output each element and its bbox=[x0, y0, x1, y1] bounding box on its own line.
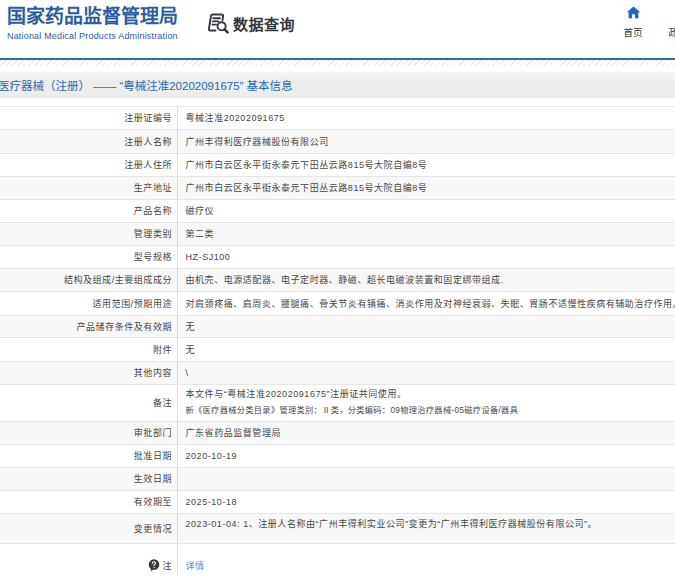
row-label: 产品名称 bbox=[0, 200, 178, 222]
row-label: 管理类别 bbox=[0, 223, 178, 245]
row-value: 第二类 bbox=[178, 223, 675, 245]
row-value: 本文件与“粤械注准20202091675”注册证共同使用。 新《医疗器械分类目录… bbox=[178, 385, 675, 421]
top-nav: 首页 政务 bbox=[613, 5, 675, 39]
row-value: 广州市白云区永平街永泰元下田丛云路815号大院自编8号 bbox=[178, 154, 675, 176]
row-label: 其他内容 bbox=[0, 362, 178, 384]
row-value-text: 无 bbox=[186, 321, 196, 333]
row-label-text: 批准日期 bbox=[134, 450, 172, 462]
row-value: 广州丰得利医疗器械股份有限公司 bbox=[178, 130, 675, 153]
row-label-text: 适用范围/预期用途 bbox=[93, 298, 172, 310]
row-value: 由机壳、电源适配器、电子定时器、静磁、超长电磁波装置和固定绑带组成. bbox=[178, 269, 675, 291]
table-row: 结构及组成/主要组成成分 由机壳、电源适配器、电子定时器、静磁、超长电磁波装置和… bbox=[0, 269, 675, 292]
row-value-text: 广州市白云区永平街永泰元下田丛云路815号大院自编8号 bbox=[186, 182, 428, 194]
table-row: 型号规格 HZ-SJ100 bbox=[0, 246, 675, 269]
row-value-text: 广州丰得利医疗器械股份有限公司 bbox=[186, 136, 329, 148]
table-row: 注册人名称 广州丰得利医疗器械股份有限公司 bbox=[0, 130, 675, 154]
table-row: 产品储存条件及有效期 无 bbox=[0, 316, 675, 338]
doc-search-icon bbox=[207, 13, 230, 34]
table-row: 审批部门 广东省药品监督管理局 bbox=[0, 422, 675, 445]
row-value: \ bbox=[178, 362, 675, 384]
row-value: HZ-SJ100 bbox=[178, 246, 675, 268]
nav-gov-label: 政务 bbox=[668, 25, 675, 39]
nav-item-gov[interactable]: 政务 bbox=[658, 5, 675, 39]
row-value: 对肩颈疼痛、肩周炎、腰腿痛、骨关节炎有镇痛、消炎作用及对神经衰弱、失眠、胃肠不适… bbox=[178, 292, 675, 315]
row-label: 产品储存条件及有效期 bbox=[0, 316, 178, 337]
nav-home-label: 首页 bbox=[623, 25, 642, 39]
row-value-text: 由机壳、电源适配器、电子定时器、静磁、超长电磁波装置和固定绑带组成. bbox=[186, 274, 504, 286]
row-label-text: 注册人名称 bbox=[124, 136, 172, 148]
row-label: 注 bbox=[0, 544, 178, 576]
row-value-text: 粤械注准20202091675 bbox=[186, 112, 285, 124]
row-label: 结构及组成/主要组成成分 bbox=[0, 269, 178, 291]
row-value-text: 无 bbox=[186, 344, 196, 356]
row-label: 批准日期 bbox=[0, 445, 178, 467]
row-label-text: 其他内容 bbox=[134, 367, 172, 379]
row-label-text: 有效期至 bbox=[134, 496, 172, 508]
row-label-text: 变更情况 bbox=[134, 523, 172, 535]
row-value-text: \ bbox=[186, 367, 189, 379]
row-value bbox=[178, 468, 675, 490]
row-value: 粤械注准20202091675 bbox=[178, 107, 675, 129]
row-label-text: 生产地址 bbox=[134, 182, 172, 194]
data-query-tab[interactable]: 数据查询 bbox=[207, 13, 295, 34]
logo-title-cn: 国家药品监督管理局 bbox=[7, 5, 178, 29]
row-label: 附件 bbox=[0, 338, 178, 361]
table-row: 生效日期 bbox=[0, 468, 675, 491]
table-row: 管理类别 第二类 bbox=[0, 223, 675, 246]
home-icon bbox=[626, 5, 641, 20]
row-value-text: 2025-10-18 bbox=[186, 496, 238, 508]
row-value: 广东省药品监督管理局 bbox=[178, 422, 675, 444]
info-table: 注册证编号 粤械注准20202091675 注册人名称 广州丰得利医疗器械股份有… bbox=[0, 106, 675, 576]
row-label: 注册证编号 bbox=[0, 107, 178, 129]
row-label: 注册人住所 bbox=[0, 154, 178, 176]
row-label-text: 型号规格 bbox=[134, 251, 172, 263]
comment-icon bbox=[148, 559, 160, 572]
row-value-text: HZ-SJ100 bbox=[186, 251, 231, 263]
table-row: 备注 本文件与“粤械注准20202091675”注册证共同使用。 新《医疗器械分… bbox=[0, 385, 675, 422]
row-value-text: 2023-01-04: 1、注册人名称由“广州丰得利实业公司”变更为“广州丰得利… bbox=[186, 518, 598, 530]
row-value-text: 磁疗仪 bbox=[186, 205, 215, 217]
detail-link[interactable]: 详情 bbox=[186, 560, 205, 572]
row-value: 2023-01-04: 1、注册人名称由“广州丰得利实业公司”变更为“广州丰得利… bbox=[178, 514, 675, 543]
table-row: 生产地址 广州市白云区永平街永泰元下田丛云路815号大院自编8号 bbox=[0, 177, 675, 200]
row-label-text: 生效日期 bbox=[134, 473, 172, 485]
nav-item-home[interactable]: 首页 bbox=[613, 5, 653, 39]
page: 国家药品监督管理局 National Medical Products Admi… bbox=[0, 0, 675, 576]
row-label: 生效日期 bbox=[0, 468, 178, 490]
table-row: 有效期至 2025-10-18 bbox=[0, 491, 675, 514]
row-label: 审批部门 bbox=[0, 422, 178, 444]
table-row: 注册证编号 粤械注准20202091675 bbox=[0, 107, 675, 130]
row-value: 无 bbox=[178, 338, 675, 361]
spacer bbox=[0, 98, 675, 106]
row-value: 无 bbox=[178, 316, 675, 337]
row-label-text: 结构及组成/主要组成成分 bbox=[64, 274, 172, 286]
row-value-text: 对肩颈疼痛、肩周炎、腰腿痛、骨关节炎有镇痛、消炎作用及对神经衰弱、失眠、胃肠不适… bbox=[186, 298, 675, 310]
row-label-text: 注册人住所 bbox=[124, 159, 172, 171]
row-value-text: 广州市白云区永平街永泰元下田丛云路815号大院自编8号 bbox=[186, 159, 428, 171]
breadcrumb-bar: 医疗器械（注册） —— “粤械注准20202091675” 基本信息 bbox=[0, 72, 675, 98]
row-value: 详情 bbox=[178, 544, 675, 576]
table-row: 批准日期 2020-10-19 bbox=[0, 445, 675, 468]
table-row: 注册人住所 广州市白云区永平街永泰元下田丛云路815号大院自编8号 bbox=[0, 154, 675, 177]
row-value-text: 2020-10-19 bbox=[186, 450, 238, 462]
row-value: 2025-10-18 bbox=[178, 491, 675, 513]
page-title: 医疗器械（注册） —— “粤械注准20202091675” 基本信息 bbox=[0, 77, 293, 93]
data-query-label: 数据查询 bbox=[233, 13, 295, 34]
row-label: 生产地址 bbox=[0, 177, 178, 199]
row-label: 注册人名称 bbox=[0, 130, 178, 153]
row-value: 磁疗仪 bbox=[178, 200, 675, 222]
row-value-text: 广东省药品监督管理局 bbox=[186, 427, 282, 439]
row-label-text: 审批部门 bbox=[134, 427, 172, 439]
row-label: 变更情况 bbox=[0, 514, 178, 543]
row-label: 有效期至 bbox=[0, 491, 178, 513]
site-header: 国家药品监督管理局 National Medical Products Admi… bbox=[0, 0, 675, 58]
row-value-text: 第二类 bbox=[186, 228, 215, 240]
table-row: 产品名称 磁疗仪 bbox=[0, 200, 675, 223]
table-row: 适用范围/预期用途 对肩颈疼痛、肩周炎、腰腿痛、骨关节炎有镇痛、消炎作用及对神经… bbox=[0, 292, 675, 316]
row-label-text: 产品名称 bbox=[134, 205, 172, 217]
row-label: 型号规格 bbox=[0, 246, 178, 268]
table-row: 注 详情 bbox=[0, 544, 675, 576]
row-label-text: 注册证编号 bbox=[124, 112, 172, 124]
nmpa-logo[interactable]: 国家药品监督管理局 National Medical Products Admi… bbox=[7, 5, 178, 42]
table-row: 附件 无 bbox=[0, 338, 675, 362]
